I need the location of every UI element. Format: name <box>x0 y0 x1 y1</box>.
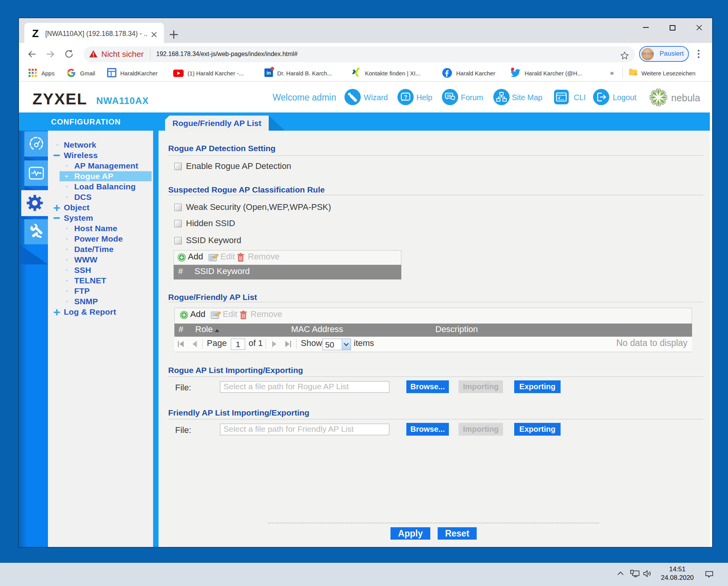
svg-text:in: in <box>266 70 271 76</box>
svg-text:?: ? <box>404 94 407 100</box>
